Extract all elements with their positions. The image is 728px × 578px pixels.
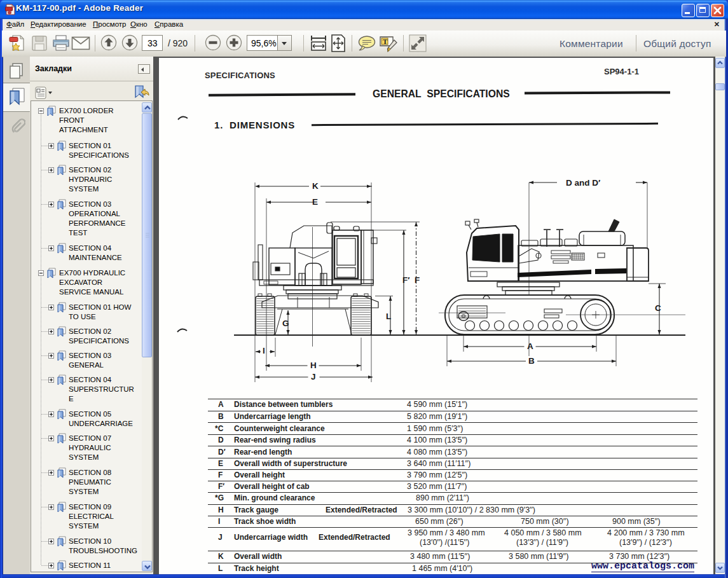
svg-text:F: F (415, 275, 420, 285)
svg-text:K: K (312, 181, 319, 191)
svg-text:L: L (386, 312, 391, 321)
svg-text:E: E (312, 197, 318, 207)
svg-text:T: T (383, 38, 388, 45)
svg-text:C: C (655, 303, 661, 313)
svg-text:A: A (527, 341, 533, 351)
svg-text:G: G (282, 319, 289, 328)
svg-text:H: H (310, 361, 317, 370)
svg-text:B: B (528, 356, 535, 366)
svg-text:J: J (311, 372, 316, 382)
svg-text:I: I (263, 346, 265, 355)
svg-text:D and D′: D and D′ (566, 178, 600, 188)
svg-text:F′: F′ (402, 275, 409, 285)
